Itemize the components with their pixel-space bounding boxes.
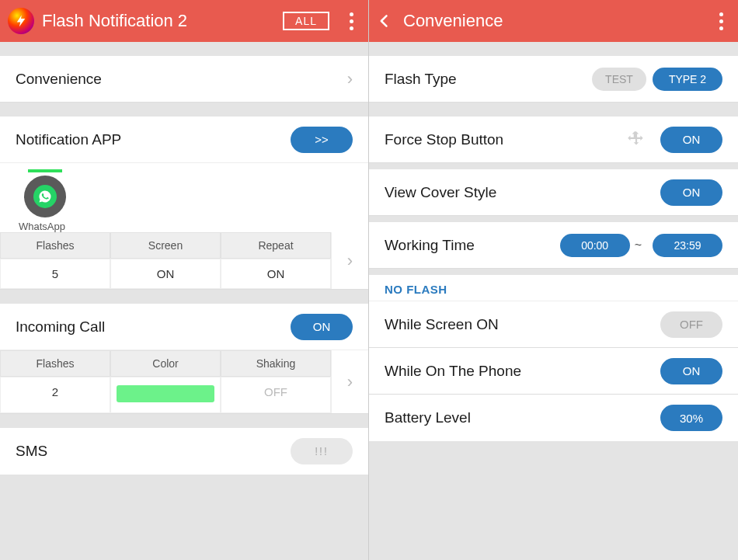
while-phone-row: While On The Phone ON (369, 348, 738, 395)
view-cover-label: View Cover Style (385, 184, 654, 201)
battery-level-row: Battery Level 30% (369, 395, 738, 441)
app-title: Flash Notification 2 (42, 11, 283, 31)
right-title: Convenience (403, 11, 707, 31)
whatsapp-screen-value: ON (110, 259, 221, 289)
notification-app-row: Notification APP >> (0, 117, 368, 163)
notification-app-more-button[interactable]: >> (291, 127, 353, 153)
whatsapp-repeat-header: Repeat (221, 232, 331, 259)
force-stop-row: Force Stop Button ON (369, 117, 738, 163)
sms-alert-button[interactable]: !!! (291, 438, 353, 464)
chevron-right-icon: › (347, 69, 353, 89)
call-color-value (110, 377, 221, 413)
call-flashes-header: Flashes (0, 350, 110, 377)
whatsapp-screen-header: Screen (110, 232, 221, 259)
while-screen-toggle[interactable]: OFF (660, 311, 722, 338)
app-list: WhatsApp (0, 163, 368, 232)
flash-type-button[interactable]: TYPE 2 (653, 68, 722, 91)
working-time-start-button[interactable]: 00:00 (560, 234, 630, 257)
flash-type-row: Flash Type TEST TYPE 2 (369, 56, 738, 103)
force-stop-label: Force Stop Button (385, 131, 625, 148)
convenience-row[interactable]: Convenience › (0, 56, 368, 103)
incoming-call-toggle[interactable]: ON (291, 314, 353, 340)
incoming-call-label: Incoming Call (16, 318, 284, 336)
view-cover-row: View Cover Style ON (369, 169, 738, 216)
call-color-header: Color (110, 350, 221, 377)
whatsapp-flashes-value: 5 (0, 259, 110, 289)
left-header: Flash Notification 2 ALL (0, 0, 368, 42)
while-screen-row: While Screen ON OFF (369, 301, 738, 348)
right-menu-button[interactable] (712, 12, 730, 30)
left-menu-button[interactable] (342, 12, 360, 30)
right-header: Convenience (369, 0, 738, 42)
app-logo-icon (8, 8, 34, 34)
while-phone-toggle[interactable]: ON (660, 358, 722, 384)
while-screen-label: While Screen ON (385, 316, 654, 333)
whatsapp-detail-button[interactable]: › (331, 232, 368, 289)
whatsapp-settings-grid: Flashes Screen Repeat 5 ON ON › (0, 232, 368, 290)
whatsapp-repeat-value: ON (221, 259, 331, 289)
while-phone-label: While On The Phone (385, 363, 654, 380)
force-stop-toggle[interactable]: ON (660, 127, 722, 153)
whatsapp-flashes-header: Flashes (0, 232, 110, 259)
working-time-label: Working Time (385, 237, 554, 254)
working-time-row: Working Time 00:00 ~ 23:59 (369, 222, 738, 269)
sms-label: SMS (16, 443, 291, 460)
working-time-end-button[interactable]: 23:59 (653, 234, 722, 257)
sms-row: SMS !!! (0, 428, 368, 475)
battery-level-label: Battery Level (385, 409, 654, 426)
call-color-swatch (117, 385, 214, 402)
all-filter-button[interactable]: ALL (283, 12, 329, 30)
notification-app-label: Notification APP (16, 131, 284, 148)
no-flash-section-header: NO FLASH (369, 275, 738, 301)
time-range-separator: ~ (635, 238, 642, 252)
view-cover-toggle[interactable]: ON (660, 179, 722, 206)
whatsapp-icon (24, 176, 66, 217)
app-item-whatsapp[interactable] (16, 169, 75, 217)
convenience-label: Convenience (16, 71, 347, 88)
back-button[interactable] (377, 13, 392, 29)
app-active-indicator (28, 169, 62, 172)
incoming-call-detail-button[interactable]: › (331, 350, 368, 413)
call-shaking-header: Shaking (221, 350, 331, 377)
incoming-call-row: Incoming Call ON (0, 304, 368, 350)
incoming-call-settings-grid: Flashes Color Shaking 2 OFF › (0, 350, 368, 414)
app-name-label: WhatsApp (16, 221, 353, 232)
move-handle-icon[interactable] (625, 128, 648, 151)
test-button[interactable]: TEST (592, 68, 646, 91)
flash-type-label: Flash Type (385, 71, 586, 88)
call-flashes-value: 2 (0, 377, 110, 413)
call-shaking-value: OFF (221, 377, 331, 413)
battery-level-button[interactable]: 30% (660, 405, 722, 431)
